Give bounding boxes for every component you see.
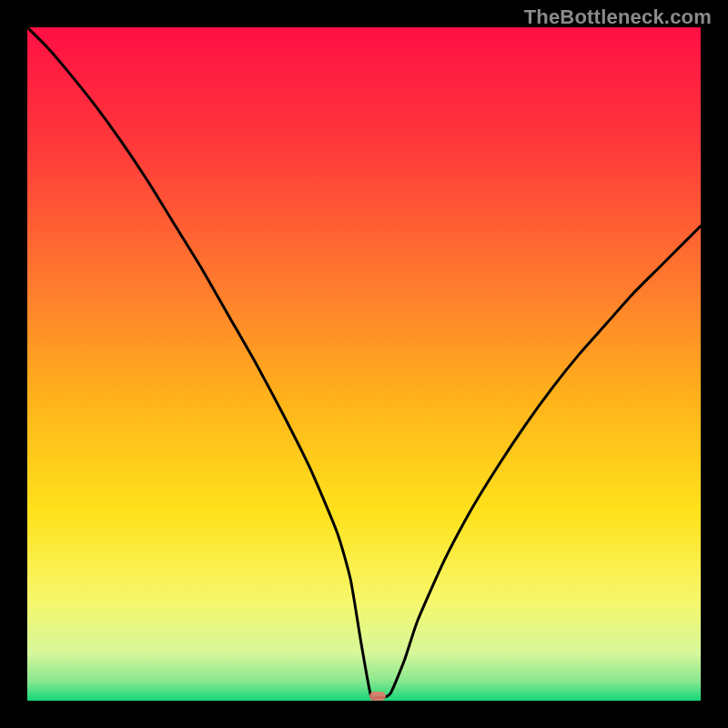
watermark-text: TheBottleneck.com <box>524 5 712 29</box>
optimal-marker <box>369 692 386 701</box>
chart-svg <box>27 27 701 701</box>
chart-container: TheBottleneck.com <box>0 0 728 728</box>
gradient-background <box>27 27 701 701</box>
plot-area <box>27 27 701 701</box>
